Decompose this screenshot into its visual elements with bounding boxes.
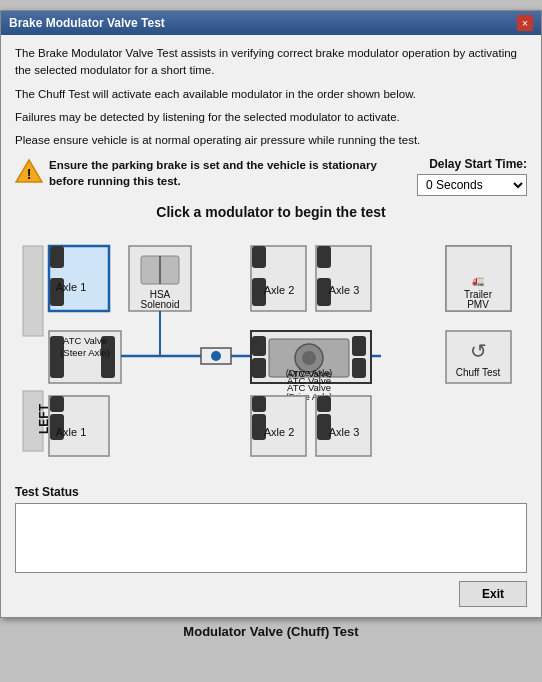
svg-rect-2 (23, 246, 43, 336)
test-status-label: Test Status (15, 485, 527, 499)
chuff-test-button[interactable] (446, 331, 511, 383)
warning-icon: ! (15, 157, 43, 185)
desc-line1: The Brake Modulator Valve Test assists i… (15, 45, 527, 80)
warning-text: Ensure the parking brake is set and the … (49, 157, 407, 189)
click-instruction: Click a modulator to begin the test (15, 204, 527, 220)
window-title: Brake Modulator Valve Test (9, 16, 165, 30)
title-bar: Brake Modulator Valve Test × (1, 11, 541, 35)
axle2-right-button[interactable] (251, 246, 306, 311)
caption: Modulator Valve (Chuff) Test (183, 624, 358, 639)
warning-section: ! Ensure the parking brake is set and th… (15, 157, 407, 189)
svg-text:!: ! (27, 166, 32, 182)
hsa-solenoid-button[interactable] (129, 246, 191, 311)
axle1-right-button[interactable] (49, 246, 109, 311)
trailer-pmv-button[interactable] (446, 246, 511, 311)
axle3-right-button[interactable] (316, 246, 371, 311)
main-window: Brake Modulator Valve Test × The Brake M… (0, 10, 542, 618)
desc-line3: Failures may be detected by listening fo… (15, 109, 527, 126)
desc-line4: Please ensure vehicle is at normal opera… (15, 132, 527, 149)
axle2-left-button[interactable] (251, 396, 306, 456)
svg-point-46 (211, 351, 221, 361)
test-status-box (15, 503, 527, 573)
axle3-left-button[interactable] (316, 396, 371, 456)
exit-button[interactable]: Exit (459, 581, 527, 607)
delay-start-section: Delay Start Time: 0 Seconds 5 Seconds 10… (417, 157, 527, 196)
warning-row: ! Ensure the parking brake is set and th… (15, 157, 527, 196)
delay-label: Delay Start Time: (429, 157, 527, 171)
delay-select[interactable]: 0 Seconds 5 Seconds 10 Seconds 15 Second… (417, 174, 527, 196)
close-button[interactable]: × (517, 15, 533, 31)
atc-drive-button[interactable] (251, 331, 371, 383)
content-area: The Brake Modulator Valve Test assists i… (1, 35, 541, 617)
footer-row: Exit (15, 581, 527, 607)
axle1-left-button[interactable] (49, 396, 109, 456)
desc-line2: The Chuff Test will activate each availa… (15, 86, 527, 103)
diagram-area: RIGHT LEFT 1 Axle 1 HSA Solenoid (15, 230, 527, 475)
atc-steer-button[interactable] (49, 331, 121, 383)
